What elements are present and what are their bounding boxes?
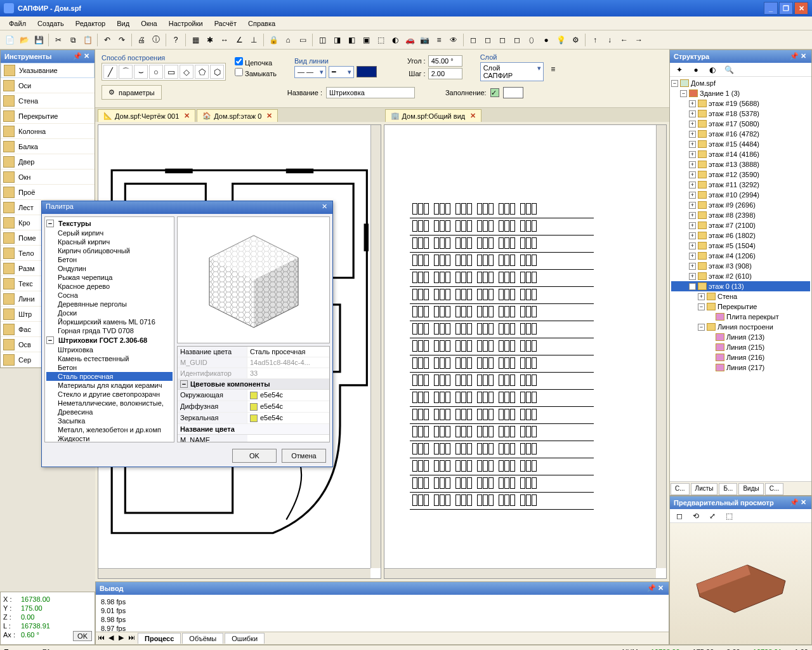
tree-node[interactable]: −этаж 0 (13) [671,281,810,291]
tree-node[interactable]: +этаж #14 (4186) [671,149,810,159]
snap-icon[interactable]: ✱ [203,33,217,47]
struct-tab4[interactable]: Виды [738,483,763,495]
tool-Колонна[interactable]: Колонна [1,124,95,139]
menu-calc[interactable]: Расчёт [209,18,242,29]
car-icon[interactable]: 🚗 [403,33,417,47]
scrollbar-h[interactable] [98,568,370,578]
paste-icon[interactable]: 📋 [81,33,95,47]
tree-node[interactable]: +этаж #13 (3888) [671,159,810,169]
rect-shape-icon[interactable]: ▭ [164,65,178,79]
tab-floor[interactable]: 🏠 Дом.spf:этаж 0✕ [197,109,278,122]
struct-tb4-icon[interactable]: 🔍 [722,63,736,77]
tree-node[interactable]: +этаж #5 (1504) [671,241,810,251]
viewport-3d[interactable] [384,124,667,579]
fill-checkbox[interactable]: ✓ [490,88,499,97]
menu-view[interactable]: Вид [112,18,134,29]
view2-icon[interactable]: ◨ [330,33,344,47]
maximize-button[interactable]: ❐ [779,2,793,15]
home-icon[interactable]: ⌂ [281,33,295,47]
tree-node[interactable]: Линия (215) [671,342,810,352]
panel-close-icon[interactable]: ✕ [799,52,808,61]
first-icon[interactable]: ⏮ [96,633,106,644]
pv-tb2-icon[interactable]: ⟲ [689,509,703,523]
tree-node[interactable]: −Здание 1 (3) [671,88,810,98]
poly-shape-icon[interactable]: ◇ [180,65,193,79]
tab-close-icon[interactable]: ✕ [184,112,190,120]
close-checkbox[interactable]: Замыкать [235,68,277,77]
arc2-shape-icon[interactable]: ⌣ [134,65,148,79]
nav-dn-icon[interactable]: ↓ [603,33,617,47]
shade-icon[interactable]: ◐ [388,33,402,47]
pin-icon[interactable]: 📌 [790,52,799,61]
tool-Проё[interactable]: Проё [1,185,95,200]
tree-node[interactable]: +Стена [671,291,810,302]
view4-icon[interactable]: ▣ [359,33,373,47]
panel-close-icon[interactable]: ✕ [656,584,665,593]
layers-icon[interactable]: ≡ [432,33,446,47]
tree-node[interactable]: Плита перекрыт [671,312,810,322]
tool-Окн[interactable]: Окн [1,169,95,185]
menu-windows[interactable]: Окна [136,18,162,29]
last-icon[interactable]: ⏭ [126,633,136,644]
preview-3d[interactable] [670,523,811,644]
tab-close-icon[interactable]: ✕ [266,112,272,120]
dialog-close-icon[interactable]: ✕ [320,202,329,211]
wall-icon[interactable]: ▭ [296,33,310,47]
struct-tab3[interactable]: Б... [719,483,737,495]
coord-ok-button[interactable]: OK [73,631,92,641]
pin-icon[interactable]: 📌 [73,52,82,61]
arc-shape-icon[interactable]: ⌒ [119,65,133,79]
tree-node[interactable]: +этаж #7 (2100) [671,220,810,230]
grid-icon[interactable]: ▦ [188,33,202,47]
tree-node[interactable]: +этаж #12 (3590) [671,169,810,180]
cyl-icon[interactable]: ⬯ [525,33,539,47]
tree-node[interactable]: +этаж #16 (4782) [671,129,810,139]
linestyle-dropdown[interactable]: — — [294,66,326,78]
tree-node[interactable]: +этаж #18 (5378) [671,109,810,119]
tool-Двер[interactable]: Двер [1,154,95,169]
tab-process[interactable]: Процесс [138,633,181,644]
params-button[interactable]: ⚙параметры [102,85,162,100]
nav-l-icon[interactable]: ← [617,33,631,47]
angle-input[interactable] [428,55,462,67]
angle-icon[interactable]: ∠ [232,33,246,47]
palette-tree[interactable]: − ТекстурыСерый кирпичКрасный кирпичКирп… [44,216,174,442]
tool-Указывание[interactable]: Указывание [1,63,95,78]
tree-node[interactable]: +этаж #11 (3292) [671,180,810,190]
new-icon[interactable]: 📄 [3,33,16,47]
pin-icon[interactable]: 📌 [647,584,656,593]
box2-icon[interactable]: ◻ [481,33,495,47]
view1-icon[interactable]: ◫ [315,33,329,47]
cut-icon[interactable]: ✂ [51,33,65,47]
tab-volumes[interactable]: Объёмы [182,633,223,644]
tree-node[interactable]: −Перекрытие [671,302,810,312]
scrollbar-v[interactable] [370,125,381,568]
box3-icon[interactable]: ◻ [495,33,509,47]
menu-help[interactable]: Справка [243,18,280,29]
close-button[interactable]: ✕ [794,2,808,15]
struct-tab2[interactable]: Листы [691,483,718,495]
dim-icon[interactable]: ↔ [218,33,232,47]
tree-node[interactable]: +этаж #15 (4484) [671,139,810,149]
lock-icon[interactable]: 🔒 [266,33,280,47]
tree-node[interactable]: Линия (217) [671,362,810,373]
ok-button[interactable]: OK [232,449,277,463]
name-input[interactable] [326,87,415,98]
tab-drawing[interactable]: 📐 Дом.spf:Чертёж 001✕ [98,109,195,122]
tab-3dview[interactable]: 🏢 Дом.spf:Общий вид✕ [385,109,482,122]
copy-icon[interactable]: ⧉ [66,33,80,47]
tree-node[interactable]: +этаж #2 (610) [671,271,810,281]
tree-node[interactable]: +этаж #17 (5080) [671,119,810,129]
tool-Оси[interactable]: Оси [1,78,95,93]
struct-tab5[interactable]: С... [765,483,784,495]
perp-icon[interactable]: ⊥ [247,33,261,47]
circle-shape-icon[interactable]: ○ [149,65,163,79]
step-input[interactable] [428,68,462,79]
line-shape-icon[interactable]: ╱ [103,65,117,79]
tree-node[interactable]: +этаж #10 (2994) [671,190,810,200]
cancel-button[interactable]: Отмена [282,449,326,463]
pin-icon[interactable]: 📌 [790,498,799,507]
cfg-icon[interactable]: ⚙ [568,33,582,47]
tree-node[interactable]: Линия (216) [671,352,810,362]
fill-color-swatch[interactable] [503,87,523,98]
